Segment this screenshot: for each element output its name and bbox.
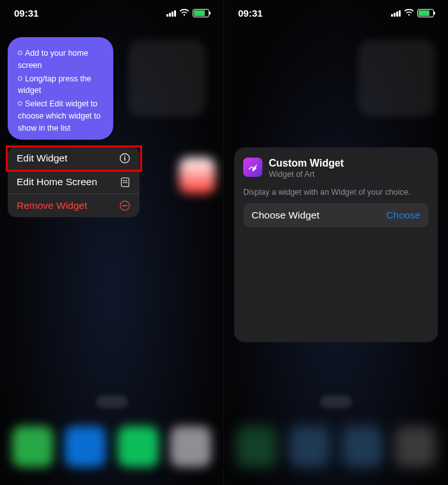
dock-app-icon[interactable] <box>236 426 277 467</box>
svg-point-6 <box>126 180 127 181</box>
remove-widget-item[interactable]: Remove Widget <box>8 194 140 217</box>
status-bar: 09:31 <box>224 0 448 26</box>
choose-button[interactable]: Choose <box>387 210 420 221</box>
status-bar: 09:31 <box>0 0 223 26</box>
remove-icon <box>119 200 131 211</box>
menu-label: Edit Widget <box>17 152 67 164</box>
signal-icon <box>391 10 401 17</box>
status-right <box>391 9 434 17</box>
dock-app-icon[interactable] <box>65 426 106 467</box>
svg-point-5 <box>124 180 125 181</box>
tip-item: Add to your home screen <box>18 47 103 72</box>
dock <box>0 416 223 477</box>
svg-rect-11 <box>122 205 127 206</box>
dock <box>224 416 448 477</box>
svg-point-8 <box>124 182 125 183</box>
screen-right: 09:31 Custom Widget Widget of Art Displa… <box>224 0 448 485</box>
background-widget-placeholder <box>358 40 435 117</box>
dock-app-icon[interactable] <box>289 426 330 467</box>
tip-item: Long/tap press the widget <box>18 73 103 97</box>
edit-home-screen-item[interactable]: Edit Home Screen <box>8 170 140 194</box>
row-label: Choose Widget <box>252 210 319 221</box>
dock-app-icon[interactable] <box>395 426 436 467</box>
dock-app-icon[interactable] <box>118 426 159 467</box>
svg-point-1 <box>124 156 125 157</box>
background-app-icon <box>179 158 215 193</box>
wifi-icon <box>404 9 414 17</box>
svg-rect-2 <box>124 158 125 161</box>
background-widget-placeholder <box>129 40 205 117</box>
battery-icon <box>193 9 209 17</box>
widget-context-menu: Edit Widget Edit Home Screen Remove Widg… <box>8 147 140 217</box>
page-indicator <box>320 395 352 408</box>
config-title: Custom Widget <box>269 158 344 169</box>
svg-point-9 <box>126 182 127 183</box>
svg-point-7 <box>123 182 124 183</box>
screen-left: 09:31 Add to your home screen Long/tap p… <box>0 0 224 485</box>
apps-icon <box>119 176 131 188</box>
dock-app-icon[interactable] <box>170 426 211 467</box>
app-icon <box>243 158 262 177</box>
menu-label: Remove Widget <box>17 200 87 211</box>
page-indicator <box>96 395 128 408</box>
edit-widget-item[interactable]: Edit Widget <box>8 147 140 170</box>
config-description: Display a widget with an Widget of your … <box>243 188 429 197</box>
widget-config-sheet: Custom Widget Widget of Art Display a wi… <box>234 147 438 342</box>
instruction-widget[interactable]: Add to your home screen Long/tap press t… <box>8 37 113 140</box>
status-time: 09:31 <box>14 8 38 19</box>
config-subtitle: Widget of Art <box>269 170 344 179</box>
choose-widget-row[interactable]: Choose Widget Choose <box>243 203 429 227</box>
config-header: Custom Widget Widget of Art <box>243 158 429 179</box>
signal-icon <box>166 10 176 17</box>
menu-label: Edit Home Screen <box>17 176 97 188</box>
svg-point-4 <box>123 180 124 181</box>
dock-app-icon[interactable] <box>342 426 383 467</box>
tip-item: Select Edit widget to choose which widge… <box>18 98 103 134</box>
dock-app-icon[interactable] <box>12 426 53 467</box>
battery-icon <box>417 9 434 17</box>
status-time: 09:31 <box>238 8 262 19</box>
wifi-icon <box>179 9 189 17</box>
status-right <box>166 9 209 17</box>
info-icon <box>119 152 131 164</box>
